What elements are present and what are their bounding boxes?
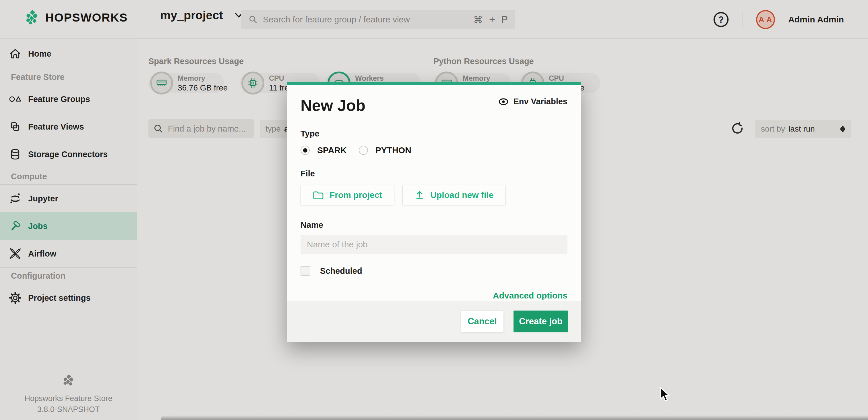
radio-option-spark[interactable]: SPARK [301, 145, 347, 155]
new-job-modal: Env Variables New Job Type SPARK PYTHON … [287, 82, 581, 342]
modal-footer: Cancel Create job [287, 301, 581, 342]
from-project-label: From project [330, 190, 382, 200]
upload-new-file-button[interactable]: Upload new file [402, 185, 506, 205]
app-screen: HOPSWORKS my_project ⌘ + P ? [0, 0, 868, 420]
radio-spark-label: SPARK [317, 145, 347, 155]
file-field-label: File [301, 169, 567, 178]
radio-python-label: PYTHON [375, 145, 411, 155]
advanced-options-link[interactable]: Advanced options [493, 291, 567, 300]
job-type-radio-group: SPARK PYTHON [301, 145, 567, 155]
radio-python-unselected[interactable] [359, 146, 368, 155]
env-variables-label: Env Variables [513, 97, 567, 106]
upload-icon [415, 190, 425, 200]
scheduled-row: Scheduled [301, 266, 567, 276]
radio-spark-selected[interactable] [301, 146, 310, 155]
eye-icon [498, 98, 508, 106]
mouse-cursor [659, 387, 672, 402]
file-buttons-row: From project Upload new file [301, 185, 567, 205]
advanced-options-wrap: Advanced options [301, 291, 567, 301]
name-field-label: Name [301, 220, 567, 230]
cancel-button[interactable]: Cancel [461, 311, 504, 332]
type-field-label: Type [301, 129, 567, 138]
scheduled-checkbox[interactable] [301, 266, 310, 276]
from-project-button[interactable]: From project [301, 185, 394, 205]
scheduled-label: Scheduled [320, 266, 362, 276]
upload-new-file-label: Upload new file [430, 190, 493, 200]
env-variables-button[interactable]: Env Variables [498, 97, 567, 106]
folder-icon [313, 191, 324, 200]
radio-option-python[interactable]: PYTHON [359, 145, 411, 155]
job-name-input[interactable] [301, 235, 567, 254]
modal-accent-strip [287, 82, 581, 85]
create-job-button[interactable]: Create job [514, 311, 568, 332]
